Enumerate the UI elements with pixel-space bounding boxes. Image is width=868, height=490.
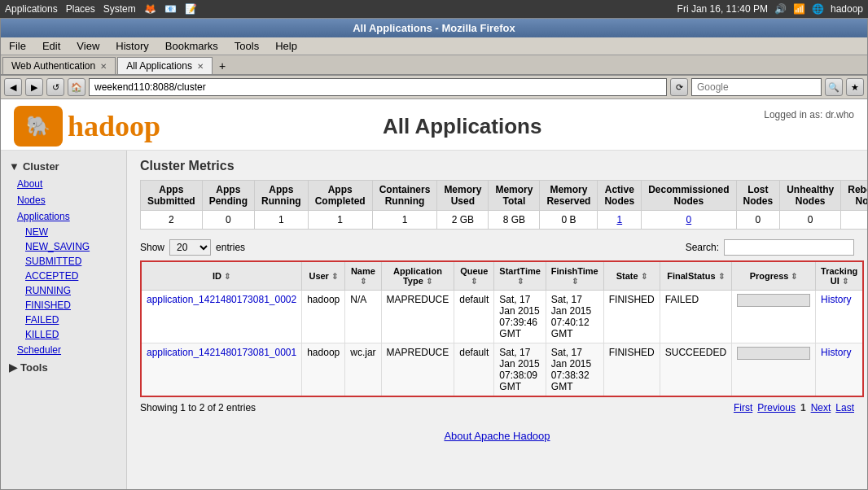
sort-id[interactable]: ⇕ [224,272,230,281]
menu-edit[interactable]: Edit [39,39,64,53]
hadoop-logo: 🐘 hadoop [14,106,160,147]
sidebar-item-nodes[interactable]: Nodes [1,192,126,208]
os-topbar: Applications Places System 🦊 📧 📝 Fri Jan… [0,0,868,18]
metric-apps-submitted: 2 [141,211,203,230]
entries-select[interactable]: 20 50 100 [169,239,211,256]
sidebar-item-submitted[interactable]: SUBMITTED [1,254,126,269]
col-header-finish-time[interactable]: FinishTime ⇕ [546,261,603,291]
app-final-status-0001: SUCCEEDED [660,343,731,397]
active-nodes-link[interactable]: 1 [616,214,622,225]
sort-user[interactable]: ⇕ [331,272,338,281]
sidebar-tools-section[interactable]: ▶ Tools [1,358,126,377]
app-id-link-0001[interactable]: application_1421480173081_0001 [147,347,296,358]
sidebar-cluster-label: Cluster [23,160,59,173]
menu-history[interactable]: History [112,39,151,53]
tab-all-apps-close[interactable]: ✕ [197,62,204,71]
sidebar-item-running[interactable]: RUNNING [1,283,126,298]
menu-view[interactable]: View [73,39,103,53]
sidebar-cluster-section[interactable]: ▼ Cluster [1,157,126,176]
url-bar[interactable] [89,78,667,96]
sidebar-item-new[interactable]: NEW [1,225,126,239]
app-user-0002: hadoop [302,291,345,343]
sort-finish-time[interactable]: ⇕ [572,277,578,286]
sidebar-item-finished[interactable]: FINISHED [1,298,126,313]
metric-apps-pending: 0 [202,211,254,230]
col-header-final-status[interactable]: FinalStatus ⇕ [660,261,731,291]
pagination-last[interactable]: Last [835,402,854,413]
login-info: Logged in as: dr.who [764,106,854,120]
col-header-type[interactable]: Application Type ⇕ [381,261,454,291]
tab-web-auth[interactable]: Web Authentication ✕ [2,57,116,74]
col-header-start-time[interactable]: StartTime ⇕ [494,261,546,291]
sort-name[interactable]: ⇕ [360,277,366,286]
tab-web-auth-close[interactable]: ✕ [100,62,107,71]
bluetooth-icon: 📶 [793,3,805,15]
app-user-0001: hadoop [302,343,345,397]
search-go-button[interactable]: 🔍 [825,78,843,96]
sidebar-item-applications[interactable]: Applications [1,208,126,225]
pagination-current[interactable]: 1 [800,402,806,413]
sort-queue[interactable]: ⇕ [471,277,477,286]
sort-type[interactable]: ⇕ [426,277,432,286]
home-button[interactable]: 🏠 [68,78,85,96]
browser-search-input[interactable] [691,78,822,96]
sort-progress[interactable]: ⇕ [791,272,797,281]
hadoop-elephant-icon: 🐘 [14,106,63,147]
app-tracking-0001: History [816,343,864,397]
sidebar-item-scheduler[interactable]: Scheduler [1,342,126,358]
browser-title: All Applications - Mozilla Firefox [353,22,515,34]
tab-all-apps[interactable]: All Applications ✕ [117,57,213,74]
sort-state[interactable]: ⇕ [641,272,647,281]
reload-button[interactable]: ↺ [46,78,64,96]
pagination-next[interactable]: Next [811,402,831,413]
forward-button[interactable]: ▶ [25,78,43,96]
sidebar-item-new-saving[interactable]: NEW_SAVING [1,239,126,254]
bookmark-button[interactable]: ★ [846,78,864,96]
sidebar-item-killed[interactable]: KILLED [1,327,126,342]
app-id-0001: application_1421480173081_0001 [141,343,302,397]
menu-bookmarks[interactable]: Bookmarks [162,39,221,53]
menu-file[interactable]: File [6,39,29,53]
about-hadoop-link[interactable]: About Apache Hadoop [444,430,550,442]
metric-header-active-nodes: Active Nodes [598,181,642,211]
tracking-link-0002[interactable]: History [821,294,851,305]
metric-memory-used: 2 GB [437,211,489,230]
sidebar: ▼ Cluster About Nodes Applications NEW N… [1,151,127,489]
sidebar-item-failed[interactable]: FAILED [1,313,126,327]
sort-final-status[interactable]: ⇕ [718,272,725,281]
back-button[interactable]: ◀ [4,78,22,96]
menu-tools[interactable]: Tools [231,39,262,53]
content-area: Cluster Metrics Apps Submitted Apps Pend… [127,151,867,489]
refresh-button[interactable]: ⟳ [670,78,688,96]
table-search-input[interactable] [724,239,854,256]
search-filter: Search: [686,239,854,256]
col-header-user[interactable]: User ⇕ [302,261,345,291]
app-start-0001: Sat, 17 Jan 2015 07:38:09 GMT [494,343,546,397]
sort-tracking[interactable]: ⇕ [842,277,848,286]
sort-start-time[interactable]: ⇕ [517,277,524,286]
sidebar-item-accepted[interactable]: ACCEPTED [1,269,126,283]
metric-lost-nodes: 0 [736,211,780,230]
firefox-icon: 🦊 [144,3,156,15]
col-header-tracking[interactable]: Tracking UI ⇕ [816,261,864,291]
decommissioned-nodes-link[interactable]: 0 [686,214,691,225]
mail-icon: 📧 [164,3,177,15]
applications-menu[interactable]: Applications [5,3,58,15]
places-menu[interactable]: Places [66,3,95,15]
new-tab-button[interactable]: + [214,58,230,74]
sidebar-item-about[interactable]: About [1,176,126,192]
main-layout: ▼ Cluster About Nodes Applications NEW N… [1,151,867,489]
menu-help[interactable]: Help [272,39,300,53]
col-header-queue[interactable]: Queue ⇕ [454,261,494,291]
tracking-link-0001[interactable]: History [821,347,851,358]
app-id-link-0002[interactable]: application_1421480173081_0002 [147,294,296,305]
pagination-first[interactable]: First [734,402,752,413]
system-menu[interactable]: System [103,3,136,15]
col-header-name[interactable]: Name ⇕ [345,261,381,291]
col-header-progress[interactable]: Progress ⇕ [732,261,816,291]
col-header-id[interactable]: ID ⇕ [141,261,302,291]
pagination-previous[interactable]: Previous [757,402,796,413]
metric-rebooted-nodes: 0 [841,211,867,230]
browser-titlebar: All Applications - Mozilla Firefox [1,19,867,37]
col-header-state[interactable]: State ⇕ [603,261,660,291]
